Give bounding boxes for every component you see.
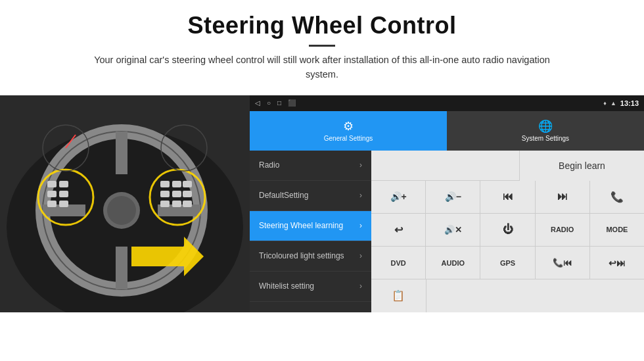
settings-tabs: ⚙ General Settings 🌐 System Settings bbox=[250, 111, 644, 151]
volume-down-button[interactable]: 🔊− bbox=[426, 181, 480, 213]
menu-item-steering-label: Steering Wheel learning bbox=[259, 221, 359, 230]
volume-up-button[interactable]: 🔊+ bbox=[371, 181, 426, 213]
volume-up-icon: 🔊+ bbox=[390, 191, 407, 202]
phone-button[interactable]: 📞 bbox=[590, 181, 644, 213]
playlist-icon: 📋 bbox=[392, 289, 405, 302]
recents-icon[interactable]: □ bbox=[277, 99, 281, 107]
power-button[interactable]: ⏻ bbox=[480, 214, 535, 246]
radio-mode-button[interactable]: RADIO bbox=[536, 214, 590, 246]
android-main: Radio › DefaultSetting › Steering Wheel … bbox=[250, 151, 644, 312]
svg-rect-21 bbox=[160, 191, 170, 197]
audio-label: AUDIO bbox=[442, 259, 465, 267]
phone-prev-icon: 📞⏮ bbox=[553, 258, 572, 268]
general-settings-icon: ⚙ bbox=[343, 119, 354, 133]
steering-wheel-svg bbox=[0, 95, 250, 312]
menu-item-whitelist[interactable]: Whitelist setting › bbox=[250, 272, 371, 302]
menu-item-default-setting[interactable]: DefaultSetting › bbox=[250, 181, 371, 211]
next-track-icon: ⏭ bbox=[557, 191, 568, 203]
tab-general[interactable]: ⚙ General Settings bbox=[250, 111, 447, 151]
empty-btn-4 bbox=[589, 279, 644, 312]
svg-rect-26 bbox=[183, 201, 192, 207]
empty-btn-1 bbox=[426, 279, 481, 312]
empty-btn-2 bbox=[481, 279, 536, 312]
mode-label: MODE bbox=[606, 226, 628, 233]
svg-rect-23 bbox=[183, 191, 192, 197]
empty-btn-3 bbox=[535, 279, 589, 312]
menu-item-radio-label: Radio bbox=[259, 160, 359, 170]
svg-rect-18 bbox=[160, 181, 170, 187]
prev-track-icon: ⏮ bbox=[503, 191, 513, 203]
chevron-icon: › bbox=[359, 160, 362, 170]
power-icon: ⏻ bbox=[503, 224, 513, 235]
next-track-button[interactable]: ⏭ bbox=[536, 181, 590, 213]
svg-point-9 bbox=[107, 196, 136, 225]
chevron-icon: › bbox=[359, 281, 362, 291]
mode-button[interactable]: MODE bbox=[590, 214, 644, 246]
playlist-button[interactable]: 📋 bbox=[371, 279, 426, 312]
mute-button[interactable]: 🔊✕ bbox=[426, 214, 480, 246]
gps-label: GPS bbox=[500, 259, 515, 267]
call-back-button[interactable]: ↩ bbox=[371, 214, 426, 246]
tab-general-label: General Settings bbox=[324, 135, 373, 142]
header-section: Steering Wheel Control Your original car… bbox=[0, 0, 644, 89]
page-wrapper: Steering Wheel Control Your original car… bbox=[0, 0, 644, 361]
system-settings-icon: 🌐 bbox=[538, 119, 553, 133]
controls-panel: Begin learn 🔊+ 🔊− bbox=[371, 151, 644, 312]
svg-rect-17 bbox=[59, 201, 68, 207]
subtitle: Your original car's steering wheel contr… bbox=[92, 53, 552, 82]
tab-system-label: System Settings bbox=[522, 135, 569, 142]
dvd-button[interactable]: DVD bbox=[371, 247, 426, 279]
svg-rect-13 bbox=[59, 181, 68, 187]
back-icon[interactable]: ◁ bbox=[255, 99, 260, 107]
content-area: ◁ ○ □ ⬛ ♦ ▲ 13:13 ⚙ General Settings bbox=[0, 95, 644, 362]
dvd-label: DVD bbox=[390, 259, 405, 267]
phone-prev-button[interactable]: 📞⏮ bbox=[536, 247, 590, 279]
svg-rect-25 bbox=[172, 201, 181, 207]
controls-row-3: DVD AUDIO GPS 📞⏮ bbox=[371, 247, 644, 279]
controls-row-1: 🔊+ 🔊− ⏮ ⏭ 📞 bbox=[371, 181, 644, 214]
steering-wheel-background bbox=[0, 95, 250, 312]
status-bar-right: ♦ ▲ 13:13 bbox=[603, 99, 639, 107]
menu-item-whitelist-label: Whitelist setting bbox=[259, 281, 359, 291]
controls-grid: 🔊+ 🔊− ⏮ ⏭ 📞 bbox=[371, 181, 644, 312]
screenshot-icon[interactable]: ⬛ bbox=[288, 99, 296, 107]
image-panel bbox=[0, 95, 250, 312]
phone-icon: 📞 bbox=[610, 191, 624, 203]
begin-learn-button[interactable]: Begin learn bbox=[519, 151, 644, 181]
svg-rect-16 bbox=[47, 201, 57, 207]
svg-rect-14 bbox=[47, 191, 57, 197]
svg-rect-24 bbox=[160, 201, 170, 207]
mute-icon: 🔊✕ bbox=[444, 225, 462, 235]
menu-item-tricoloured-label: Tricoloured light settings bbox=[259, 251, 359, 260]
title-divider bbox=[309, 45, 335, 47]
controls-row-2: ↩ 🔊✕ ⏻ RADIO MO bbox=[371, 214, 644, 247]
audio-button[interactable]: AUDIO bbox=[426, 247, 480, 279]
svg-rect-12 bbox=[47, 181, 57, 187]
radio-label: RADIO bbox=[551, 226, 574, 233]
prev-track-button[interactable]: ⏮ bbox=[480, 181, 535, 213]
controls-top-row: Begin learn bbox=[371, 151, 644, 181]
volume-down-icon: 🔊− bbox=[445, 191, 461, 202]
chevron-icon: › bbox=[359, 191, 362, 200]
menu-item-steering-wheel[interactable]: Steering Wheel learning › bbox=[250, 211, 371, 241]
svg-rect-22 bbox=[172, 191, 181, 197]
controls-row-4: 📋 bbox=[371, 279, 644, 312]
call-back-icon: ↩ bbox=[394, 224, 403, 236]
home-icon[interactable]: ○ bbox=[267, 99, 271, 107]
chevron-icon: › bbox=[359, 251, 362, 260]
menu-list: Radio › DefaultSetting › Steering Wheel … bbox=[250, 151, 371, 312]
menu-item-tricoloured[interactable]: Tricoloured light settings › bbox=[250, 241, 371, 272]
fast-fwd-button[interactable]: ↩⏭ bbox=[590, 247, 644, 279]
status-bar-left: ◁ ○ □ ⬛ bbox=[255, 99, 296, 107]
status-bar: ◁ ○ □ ⬛ ♦ ▲ 13:13 bbox=[250, 95, 644, 111]
svg-rect-15 bbox=[59, 191, 68, 197]
fast-fwd-icon: ↩⏭ bbox=[609, 258, 626, 268]
menu-item-default-label: DefaultSetting bbox=[259, 191, 359, 200]
svg-rect-20 bbox=[183, 181, 192, 187]
tab-system[interactable]: 🌐 System Settings bbox=[447, 111, 644, 151]
empty-cell bbox=[371, 151, 519, 180]
gps-status-icon: ♦ bbox=[603, 100, 607, 107]
svg-rect-19 bbox=[172, 181, 181, 187]
menu-item-radio[interactable]: Radio › bbox=[250, 151, 371, 181]
gps-button[interactable]: GPS bbox=[480, 247, 535, 279]
